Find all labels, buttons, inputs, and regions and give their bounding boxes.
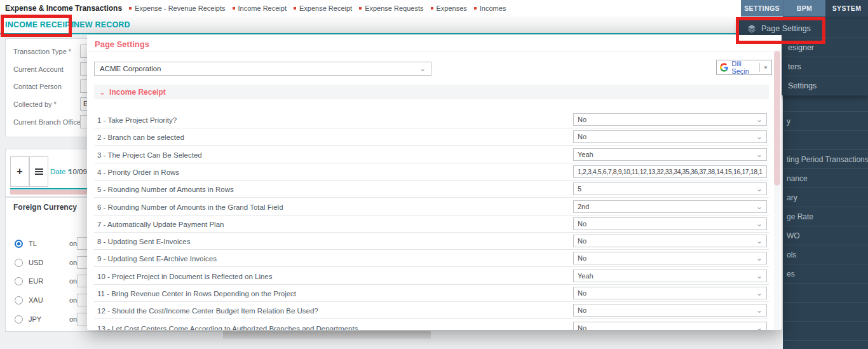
setting-select[interactable]: 2nd⌄ xyxy=(573,200,767,213)
tab-new-record[interactable]: NEW RECORD xyxy=(74,17,130,33)
setting-select[interactable]: No⌄ xyxy=(573,217,767,230)
chevron-down-icon: ⌄ xyxy=(99,90,105,95)
chevron-down-icon: ⌄ xyxy=(419,65,426,72)
breadcrumb-item[interactable]: Expense - Revenue Receipts xyxy=(129,4,225,12)
setting-select[interactable]: No⌄ xyxy=(573,322,767,330)
field-label: Current Account xyxy=(13,65,64,73)
settings-row: 6 - Rounding Number of Amounts in the Gr… xyxy=(94,198,769,216)
sidebar-item[interactable]: es xyxy=(783,264,868,284)
chevron-down-icon: ⌄ xyxy=(756,255,763,261)
row-menu-button[interactable] xyxy=(29,156,48,187)
setting-label: 13 - Let Cost Centers Come According to … xyxy=(97,320,358,330)
settings-row: 12 - Should the Cost/Income Center Budge… xyxy=(94,302,769,319)
setting-label: 12 - Should the Cost/Income Center Budge… xyxy=(97,302,318,319)
section-title: Income Receipt xyxy=(109,88,166,97)
setting-label: 7 - Automatically Update Payment Plan xyxy=(97,216,224,233)
setting-select[interactable]: Yeah⌄ xyxy=(573,148,767,161)
field-label: Contact Person xyxy=(13,83,62,90)
field-label: Current Branch Office xyxy=(13,118,81,126)
sidebar-item[interactable] xyxy=(783,93,868,112)
breadcrumb-item[interactable]: Expense Requests xyxy=(359,4,423,12)
list-icon xyxy=(35,168,43,175)
layers-icon xyxy=(747,24,756,33)
settings-row: 1 - Take Project Priority? No⌄ xyxy=(94,111,769,128)
setting-select[interactable]: No⌄ xyxy=(573,304,767,317)
setting-text-input[interactable]: 1,2,3,4,5,6,7,8,9,10,11,12,13,32,33,34,3… xyxy=(573,165,767,178)
field-label: Transaction Type * xyxy=(13,48,71,55)
section-header-income-receipt[interactable]: ⌄ Income Receipt xyxy=(94,85,769,99)
radio-icon[interactable] xyxy=(15,277,23,285)
bullet-icon xyxy=(129,7,132,10)
radio-selected-icon[interactable] xyxy=(15,240,23,248)
chevron-down-icon: ⌄ xyxy=(756,290,763,296)
settings-row: 11 - Bring Revenue Center in Rows Depend… xyxy=(94,285,769,302)
setting-select[interactable]: Yeah⌄ xyxy=(573,270,767,282)
sidebar-item[interactable]: y xyxy=(783,112,868,131)
setting-label: 4 - Priority Order in Rows xyxy=(97,163,179,181)
menu-item-label: Page Settings xyxy=(761,24,811,33)
settings-row: 9 - Updating Sent E-Archive Invoices No⌄ xyxy=(94,250,769,267)
translate-label: Dili Seçin xyxy=(731,60,759,75)
setting-label: 3 - The Project Can Be Selected xyxy=(97,146,202,163)
modal-scrollbar-track[interactable] xyxy=(774,50,780,330)
bullet-icon xyxy=(474,7,477,10)
breadcrumb-title: Expense & Income Transactions xyxy=(5,4,122,13)
setting-label: 1 - Take Project Priority? xyxy=(97,111,177,128)
sidebar-item[interactable]: ting Period Transactions xyxy=(783,150,868,169)
setting-select[interactable]: No⌄ xyxy=(573,130,767,143)
setting-select[interactable]: No⌄ xyxy=(573,287,767,299)
chevron-down-icon: ⌄ xyxy=(756,203,763,210)
add-row-button[interactable]: + xyxy=(10,156,29,187)
sidebar-item[interactable]: ge Rate xyxy=(783,207,868,226)
radio-icon[interactable] xyxy=(15,315,23,324)
date-column-header[interactable]: Date * xyxy=(50,156,71,187)
bullet-icon xyxy=(294,7,296,10)
tab-bpm[interactable]: BPM xyxy=(783,0,825,17)
sidebar-item[interactable]: WO xyxy=(783,226,868,245)
horizontal-scrollbar-thumb[interactable] xyxy=(223,331,431,339)
date-cell-value[interactable]: 10/09 xyxy=(69,156,87,187)
chevron-down-icon: ⌄ xyxy=(756,133,763,140)
tab-settings[interactable]: SETTINGS xyxy=(741,0,783,17)
radio-icon[interactable] xyxy=(15,296,23,305)
sidebar-item[interactable]: ary xyxy=(783,188,868,207)
setting-select[interactable]: No⌄ xyxy=(573,235,767,247)
sidebar-item[interactable] xyxy=(783,284,868,303)
sidebar-item[interactable] xyxy=(783,303,868,322)
breadcrumb-item[interactable]: Income Receipt xyxy=(233,4,287,12)
dropdown-arrow-icon: ▼ xyxy=(763,65,768,71)
chevron-down-icon: ⌄ xyxy=(756,186,763,192)
chevron-down-icon: ⌄ xyxy=(756,116,763,123)
breadcrumb-item[interactable]: Expenses xyxy=(431,4,467,12)
chevron-down-icon: ⌄ xyxy=(756,273,763,279)
modal-scrollbar-thumb[interactable] xyxy=(774,51,780,186)
setting-select[interactable]: No⌄ xyxy=(573,113,767,126)
tab-system[interactable]: SYSTEM xyxy=(825,0,868,17)
bullet-icon xyxy=(431,7,433,10)
sidebar-item[interactable]: ols xyxy=(783,245,868,264)
bullet-icon xyxy=(359,7,362,10)
setting-label: 11 - Bring Revenue Center in Rows Depend… xyxy=(97,285,296,302)
google-translate-widget[interactable]: Dili Seçin ▼ xyxy=(716,60,772,75)
setting-select[interactable]: 5⌄ xyxy=(573,182,767,195)
company-select[interactable]: ACME Corporation ⌄ xyxy=(94,62,431,76)
sidebar-item[interactable] xyxy=(783,322,868,341)
setting-select[interactable]: No⌄ xyxy=(573,252,767,264)
tab-income-receipt[interactable]: INCOME RECEIPT xyxy=(5,17,75,33)
settings-row: 10 - Project Project in Document is Refl… xyxy=(94,268,769,285)
settings-row: 4 - Priority Order in Rows 1,2,3,4,5,6,7… xyxy=(94,163,769,181)
modal-title: Page Settings xyxy=(95,39,149,49)
radio-icon[interactable] xyxy=(15,259,23,267)
setting-label: 10 - Project Project in Document is Refl… xyxy=(97,268,273,285)
breadcrumb-item[interactable]: Expense Receipt xyxy=(294,4,352,12)
breadcrumb-item[interactable]: Incomes xyxy=(474,4,506,12)
bullet-icon xyxy=(233,7,235,10)
settings-row: 7 - Automatically Update Payment Plan No… xyxy=(94,216,769,233)
sidebar-item[interactable] xyxy=(783,131,868,150)
setting-label: 8 - Updating Sent E-Invoices xyxy=(97,233,190,250)
settings-row: 2 - Branch can be selected No⌄ xyxy=(94,128,769,146)
sidebar-item[interactable]: nance xyxy=(783,169,868,188)
google-logo-icon xyxy=(720,63,728,72)
breadcrumb: Expense & Income Transactions Expense - … xyxy=(5,0,506,17)
company-select-value: ACME Corporation xyxy=(100,65,161,72)
